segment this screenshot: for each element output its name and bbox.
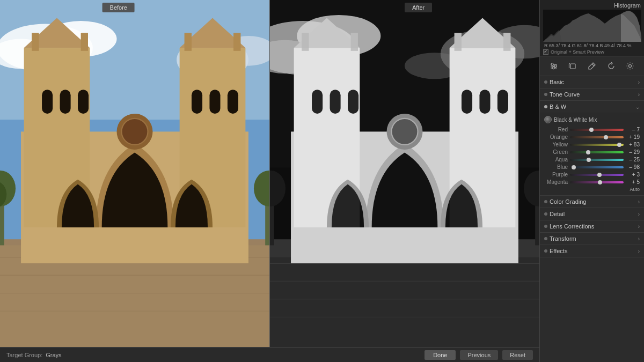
panel-basic: Basic › — [540, 76, 644, 88]
blue-slider[interactable] — [570, 166, 624, 168]
svg-point-81 — [629, 65, 632, 68]
main-layout: Before — [0, 0, 644, 362]
panel-tone-curve: Tone Curve › — [540, 88, 644, 101]
bw-mix-label: Black & White Mix — [554, 117, 597, 123]
histogram-title: Histogram — [543, 2, 641, 9]
histogram-preview-label: Original + Smart Preview — [543, 49, 641, 55]
target-group-label: Target Group: — [6, 352, 42, 358]
image-before: Before — [0, 0, 269, 347]
image-compare: Before — [0, 0, 539, 347]
svg-rect-29 — [228, 90, 238, 114]
basic-dot — [544, 80, 547, 84]
panel-detail: Detail › — [540, 208, 644, 220]
svg-point-77 — [554, 65, 557, 67]
svg-rect-19 — [81, 33, 88, 50]
effects-arrow: › — [638, 248, 640, 254]
panel-effects: Effects › — [540, 245, 644, 257]
svg-point-59 — [391, 119, 418, 145]
transform-dot — [544, 237, 547, 240]
tools-row — [540, 56, 644, 76]
svg-point-76 — [551, 63, 553, 65]
bw-row-green: Green – 29 — [544, 149, 640, 155]
yellow-slider[interactable] — [570, 144, 624, 146]
adjustments-icon[interactable] — [547, 60, 560, 72]
histogram-section: Histogram R 65.3/ 78.4 G 61.8/ 78.4 B 49… — [540, 0, 644, 56]
bw-row-magenta: Magenta + 5 — [544, 179, 640, 185]
svg-rect-44 — [270, 257, 539, 347]
color-grading-dot — [544, 200, 547, 203]
svg-rect-25 — [60, 90, 71, 114]
tab-before[interactable]: Before — [103, 3, 135, 12]
reset-button[interactable]: Reset — [502, 350, 533, 360]
bottom-left: Target Group: Grays — [6, 352, 62, 358]
bw-mix-header: Black & White Mix — [544, 116, 640, 123]
basic-arrow: › — [638, 79, 640, 85]
red-slider[interactable] — [570, 129, 624, 131]
transform-arrow: › — [638, 236, 640, 242]
svg-rect-20 — [185, 33, 192, 50]
settings-icon[interactable] — [624, 60, 636, 72]
svg-rect-70 — [294, 48, 360, 227]
svg-rect-21 — [233, 33, 240, 50]
tone-curve-arrow: › — [638, 92, 640, 98]
tone-curve-dot — [544, 93, 547, 96]
panel-lens-corrections: Lens Corrections › — [540, 220, 644, 233]
bw-row-red: Red – 7 — [544, 127, 640, 132]
brush-icon[interactable] — [586, 60, 598, 72]
bw-row-purple: Purple + 3 — [544, 172, 640, 178]
bottom-bar: Target Group: Grays Done Previous Reset — [0, 347, 539, 362]
bw-row-blue: Blue – 98 — [544, 164, 640, 170]
bw-row-yellow: Yellow + 83 — [544, 142, 640, 147]
lens-corrections-arrow: › — [638, 224, 640, 230]
bw-row-orange: Orange + 19 — [544, 134, 640, 140]
svg-rect-27 — [192, 90, 202, 114]
target-group-value: Grays — [46, 352, 61, 358]
rotate-icon[interactable] — [605, 60, 618, 72]
bw-row-aqua: Aqua – 25 — [544, 157, 640, 162]
svg-point-23 — [121, 119, 148, 145]
panel-effects-header[interactable]: Effects › — [540, 245, 644, 257]
svg-rect-71 — [450, 48, 516, 227]
panel-lens-corrections-header[interactable]: Lens Corrections › — [540, 220, 644, 232]
panel-color-grading-header[interactable]: Color Grading › — [540, 196, 644, 208]
bw-dot — [544, 105, 547, 108]
lens-corrections-dot — [544, 225, 547, 228]
copy-icon[interactable] — [566, 60, 579, 72]
histogram-stats: R 65.3/ 78.4 G 61.8/ 78.4 B 49.4/ 78.4 % — [543, 43, 641, 48]
svg-rect-79 — [570, 64, 575, 69]
orange-slider[interactable] — [570, 136, 624, 138]
svg-line-80 — [592, 64, 594, 66]
svg-rect-24 — [42, 90, 53, 114]
purple-slider[interactable] — [570, 174, 624, 176]
previous-button[interactable]: Previous — [460, 350, 498, 360]
panel-basic-header[interactable]: Basic › — [540, 76, 644, 88]
preview-checkbox[interactable] — [543, 49, 548, 55]
tab-after[interactable]: After — [405, 3, 432, 12]
svg-rect-26 — [78, 90, 89, 114]
magenta-slider[interactable] — [570, 181, 624, 183]
aqua-slider[interactable] — [570, 159, 624, 161]
svg-rect-28 — [209, 90, 220, 114]
panel-detail-header[interactable]: Detail › — [540, 208, 644, 220]
bw-arrow: ⌄ — [635, 104, 640, 110]
panel-transform: Transform › — [540, 233, 644, 245]
color-grading-arrow: › — [638, 199, 640, 205]
auto-button[interactable]: Auto — [544, 187, 640, 192]
done-button[interactable]: Done — [425, 350, 456, 360]
detail-dot — [544, 212, 547, 216]
bw-mix-circle — [544, 116, 552, 123]
panel-color-grading: Color Grading › — [540, 196, 644, 208]
panel-bw-header[interactable]: B & W ⌄ — [540, 101, 644, 113]
histogram-graph — [543, 10, 641, 42]
image-area: Before — [0, 0, 539, 362]
effects-dot — [544, 249, 547, 253]
bottom-right: Done Previous Reset — [425, 350, 533, 360]
svg-rect-18 — [32, 33, 39, 50]
panel-tone-curve-header[interactable]: Tone Curve › — [540, 88, 644, 100]
panel-transform-header[interactable]: Transform › — [540, 233, 644, 245]
bw-panel-content: Black & White Mix Red – 7 Orange + — [540, 113, 644, 195]
right-panel: Histogram R 65.3/ 78.4 G 61.8/ 78.4 B 49… — [539, 0, 644, 362]
image-after: After — [269, 0, 539, 347]
detail-arrow: › — [638, 211, 640, 217]
green-slider[interactable] — [570, 151, 624, 153]
